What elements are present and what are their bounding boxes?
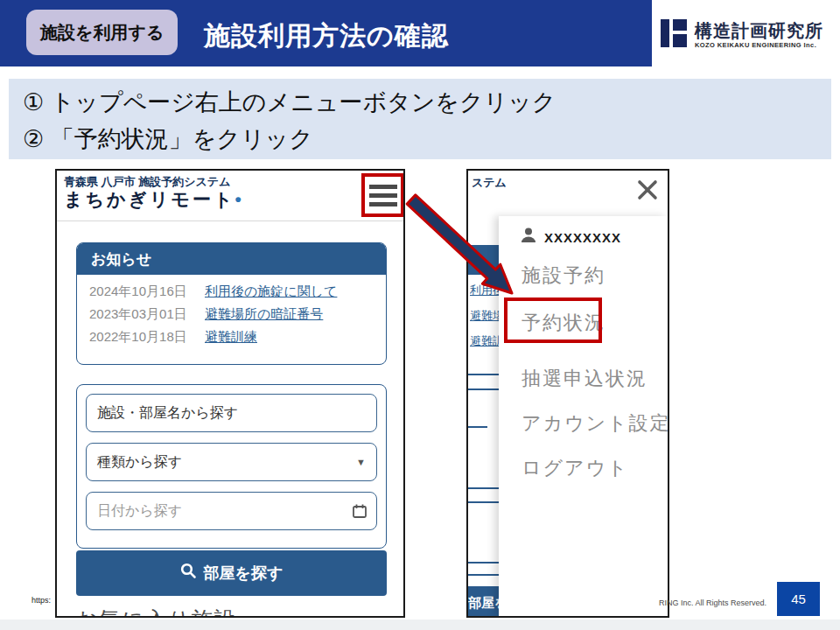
section-badge-label: 施設を利用する (40, 21, 164, 45)
category-select[interactable]: 種類から探す ▼ (86, 443, 377, 481)
calendar-icon (352, 503, 368, 522)
slide: 施設を利用する 施設利用方法の確認 構造計画研究所 KOZO KEIKAKU E… (0, 0, 840, 630)
notice-date: 2024年10月16日 (89, 284, 205, 300)
copyright-text-partial: RING Inc. All Rights Reserved. (659, 598, 766, 607)
page-number: 45 (777, 582, 820, 616)
header-divider (57, 220, 403, 221)
reservation-status-highlight-box (504, 298, 602, 343)
background-notice-header-fragment (468, 245, 499, 275)
page-title: 施設利用方法の確認 (204, 18, 449, 54)
notice-panel: お知らせ 2024年10月16日 利用後の施錠に関して 2023年03月01日 … (76, 242, 387, 365)
slide-bottom-edge (0, 620, 840, 630)
notice-link[interactable]: 避難場所の暗証番号 (205, 306, 323, 323)
date-placeholder: 日付から探す (97, 502, 182, 521)
background-box-edge (468, 562, 499, 564)
user-name: XXXXXXXX (544, 230, 621, 245)
search-room-button[interactable]: 部屋を探す (76, 550, 387, 596)
menu-item-lottery-status[interactable]: 抽選申込状況 (522, 366, 648, 392)
search-panel: 施設・部屋名から探す 種類から探す ▼ 日付から探す (76, 384, 387, 549)
notice-date: 2023年03月01日 (89, 306, 205, 323)
notice-date: 2022年10月18日 (89, 329, 205, 346)
background-box-edge (468, 501, 499, 503)
screenshot-menu-open: ステム 利用後 避難場 避難訓 部屋を (466, 169, 669, 618)
company-logo: 構造計画研究所 KOZO KEIKAKU ENGINEERING Inc. (659, 18, 834, 52)
background-link-fragment: 利用後 (470, 283, 499, 298)
facility-name-input[interactable]: 施設・部屋名から探す (86, 394, 377, 432)
user-icon (520, 227, 537, 248)
notice-row: 2023年03月01日 避難場所の暗証番号 (89, 306, 374, 323)
notice-panel-header: お知らせ (77, 243, 386, 275)
menu-item-facility-reservation[interactable]: 施設予約 (522, 262, 606, 289)
background-link-fragment: 避難訓 (470, 333, 499, 349)
background-box-edge (468, 487, 499, 489)
background-box-edge (468, 426, 487, 428)
instruction-step-2: ② 「予約状況」をクリック (23, 121, 831, 158)
facility-name-label: 施設・部屋名から探す (97, 404, 238, 423)
notice-row: 2022年10月18日 避難訓練 (89, 329, 374, 346)
menu-item-logout[interactable]: ログアウト (522, 455, 629, 481)
notice-row: 2024年10月16日 利用後の施錠に関して (89, 284, 374, 300)
hamburger-menu-icon[interactable] (369, 185, 397, 206)
chevron-down-icon: ▼ (356, 457, 366, 467)
menu-item-account-settings[interactable]: アカウント設定 (522, 410, 669, 437)
notice-link[interactable]: 避難訓練 (205, 329, 257, 346)
search-icon (180, 563, 197, 584)
hamburger-highlight-box (361, 173, 404, 217)
company-name: 構造計画研究所 (695, 21, 823, 40)
company-subtitle: KOZO KEIKAKU ENGINEERING Inc. (695, 41, 823, 49)
instruction-step-1: ① トップページ右上のメニューボタンをクリック (23, 84, 831, 121)
background-box-edge (468, 374, 499, 375)
notice-link[interactable]: 利用後の施錠に関して (205, 284, 337, 300)
footer-url-partial: https: (32, 596, 51, 605)
favorites-heading-partial: お気に入り施設 (76, 606, 237, 618)
background-search-button-fragment: 部屋を (468, 586, 499, 618)
instruction-box: ① トップページ右上のメニューボタンをクリック ② 「予約状況」をクリック (9, 79, 831, 159)
screenshot-top-page: 青森県 八戸市 施設予約システム まちかぎリモート お知らせ 2024年10月1… (55, 169, 405, 618)
search-room-button-label: 部屋を探す (204, 563, 284, 584)
background-link-fragment: 避難場 (470, 308, 499, 324)
close-icon[interactable] (635, 178, 660, 202)
kke-logo-icon (659, 18, 690, 52)
background-page-strip: 利用後 避難場 避難訓 部屋を (468, 171, 499, 616)
date-input[interactable]: 日付から探す (86, 492, 377, 530)
user-row: XXXXXXXX (520, 227, 621, 248)
background-box-edge (468, 388, 499, 390)
background-box-edge (468, 574, 499, 576)
app-logo: まちかぎリモート (64, 187, 244, 212)
section-badge: 施設を利用する (26, 10, 178, 55)
slide-out-menu: XXXXXXXX 施設予約 予約状況 抽選申込状況 アカウント設定 ログアウト (499, 216, 668, 616)
category-label: 種類から探す (97, 453, 182, 472)
